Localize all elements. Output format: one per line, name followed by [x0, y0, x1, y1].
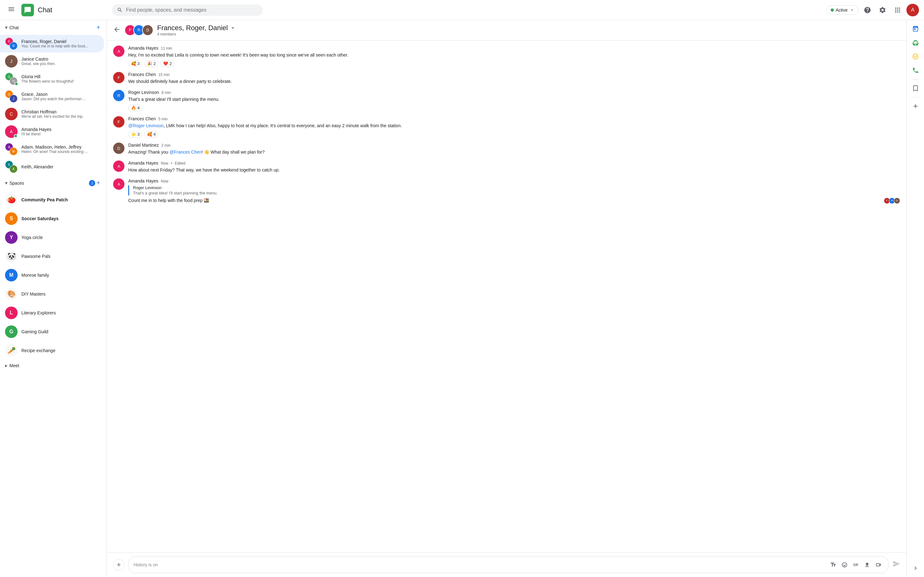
chat-item-preview: I'll be there!	[21, 132, 99, 136]
add-attachment-button[interactable]	[113, 559, 124, 571]
user-avatar[interactable]: A	[906, 4, 919, 16]
space-avatar-soccer: S	[5, 212, 18, 225]
space-item-literary-explorers[interactable]: L Literary Explorers	[0, 303, 107, 322]
msg-header: Roger Levinson 8 min	[128, 90, 900, 95]
reaction-pill[interactable]: 🌟3	[128, 131, 142, 138]
video-call-button[interactable]	[873, 560, 884, 570]
chat-item-info: Keith, Alexander	[21, 164, 99, 169]
chat-item-name: Amanda Hayes	[21, 127, 99, 132]
chat-section-title: Chat	[10, 25, 95, 30]
spaces-badge: 2	[89, 180, 95, 186]
reaction-pill[interactable]: 🥰4	[144, 131, 158, 138]
reaction-pill[interactable]: 🥰3	[128, 60, 142, 67]
quote-block: Roger Levinson That's a great idea! I'll…	[128, 185, 900, 195]
tasks-rail-button[interactable]	[909, 50, 922, 63]
chat-avatar-2: A	[10, 165, 18, 173]
chat-header-info: Frances, Roger, Daniel 4 members	[157, 24, 900, 36]
msg-avatar-amanda2: A	[113, 161, 124, 172]
drive-rail-button[interactable]	[909, 36, 922, 49]
chat-header-title[interactable]: Frances, Roger, Daniel	[157, 24, 900, 32]
input-history-label: History is on	[134, 562, 825, 567]
phone-rail-button[interactable]	[909, 64, 922, 77]
space-item-gaming-guild[interactable]: G Gaming Guild	[0, 322, 107, 341]
meet-section[interactable]: ▸ Meet	[0, 360, 107, 371]
space-item-monroe-family[interactable]: M Monroe family	[0, 266, 107, 285]
chat-chevron-icon: ▾	[5, 24, 8, 31]
chat-item-frances-roger-daniel[interactable]: F R Frances, Roger, Daniel You: Count me…	[0, 35, 104, 52]
chat-item-adam-madison[interactable]: A M Adam, Madison, Helen, Jeffrey Helen:…	[0, 140, 104, 158]
msg-text: How about next Friday? That way, we have…	[128, 167, 900, 173]
msg-header: Amanda Hayes Now • Edited	[128, 161, 900, 166]
msg-header: Amanda Hayes Now	[128, 179, 900, 184]
spaces-add-button[interactable]: +	[95, 178, 102, 188]
chat-add-button[interactable]: +	[95, 23, 102, 32]
bookmark-rail-button[interactable]	[909, 82, 922, 95]
msg-content: Amanda Hayes 11 min Hey, I'm so excited …	[128, 45, 900, 67]
msg-text: @Roger Levinson, LMK how I can help! Als…	[128, 122, 900, 129]
chat-item-janice-castro[interactable]: J Janice Castro Great, see you then.	[0, 52, 104, 70]
help-button[interactable]	[861, 4, 874, 16]
msg-time: 5 min	[158, 117, 168, 121]
msg-avatar-amanda: A	[113, 45, 124, 57]
space-item-pawsome-pals[interactable]: 🐼 Pawsome Pals	[0, 247, 107, 266]
seen-avatars: F R D	[885, 198, 900, 204]
reaction-pill[interactable]: 🔥4	[128, 105, 142, 111]
chat-section-header[interactable]: ▾ Chat +	[0, 20, 107, 35]
send-button[interactable]	[893, 560, 900, 569]
space-name: Monroe family	[21, 272, 49, 278]
chat-item-name: Frances, Roger, Daniel	[21, 39, 99, 44]
chat-item-info: Frances, Roger, Daniel You: Count me in …	[21, 39, 99, 48]
status-label: Active	[836, 8, 848, 13]
status-pill[interactable]: Active	[827, 5, 859, 15]
status-chevron-icon	[850, 8, 855, 13]
message-input-box[interactable]: History is on GIF	[128, 556, 889, 573]
chat-item-gloria-hill[interactable]: G H Gloria Hill The flowers were so thou…	[0, 70, 104, 88]
space-item-yoga-circle[interactable]: Y Yoga circle	[0, 228, 107, 247]
reaction-pill[interactable]: 🎉2	[144, 60, 158, 67]
space-name: Yoga circle	[21, 235, 43, 240]
search-input-wrap[interactable]	[112, 5, 263, 16]
msg-content: Amanda Hayes Now • Edited How about next…	[128, 161, 900, 173]
message-row: A Amanda Hayes 11 min Hey, I'm so excite…	[113, 45, 900, 67]
text-format-button[interactable]	[828, 560, 838, 570]
msg-mention: @Frances Chen	[170, 150, 202, 155]
space-item-recipe-exchange[interactable]: 🥕 Recipe exchange	[0, 341, 107, 360]
emoji-button[interactable]	[840, 560, 850, 570]
right-rail	[906, 20, 924, 577]
chat-item-preview: Jason: Did you watch the performan ...	[21, 97, 99, 101]
more-rail-button[interactable]	[909, 562, 922, 574]
msg-sender-name: Frances Chen	[128, 72, 156, 77]
space-item-diy-masters[interactable]: 🎨 DIY Masters	[0, 285, 107, 303]
space-name: Community Pea Patch	[21, 197, 68, 202]
space-avatar-monroe: M	[5, 269, 18, 281]
main-wrap: ▾ Chat + F R Frances, Roger, Daniel You:…	[0, 0, 924, 577]
sidebar: ▾ Chat + F R Frances, Roger, Daniel You:…	[0, 20, 107, 577]
header-avatar-daniel: D	[142, 24, 153, 36]
msg-content: Amanda Hayes Now Roger Levinson That's a…	[128, 179, 900, 204]
chat-item-info: Janice Castro Great, see you then.	[21, 56, 99, 66]
upload-button[interactable]	[862, 560, 872, 570]
search-input[interactable]	[126, 7, 258, 13]
chat-item-amanda-hayes[interactable]: A Amanda Hayes I'll be there!	[0, 123, 104, 140]
chat-item-christian-hoffman[interactable]: C Christian Hoffman We're all set. He's …	[0, 105, 104, 123]
space-item-soccer-saturdays[interactable]: S Soccer Saturdays	[0, 209, 107, 228]
chat-item-keith-alexander[interactable]: K A Keith, Alexander	[0, 158, 104, 176]
hamburger-menu[interactable]	[5, 3, 18, 17]
spaces-section-header[interactable]: ▾ Spaces 2 +	[0, 176, 107, 190]
add-rail-button[interactable]	[909, 100, 922, 113]
chat-item-grace-jason[interactable]: G J Grace, Jason Jason: Did you watch th…	[0, 88, 104, 105]
msg-text: We should definitely have a dinner party…	[128, 78, 900, 85]
settings-button[interactable]	[876, 4, 889, 16]
gif-button[interactable]: GIF	[851, 560, 861, 570]
reaction-pill[interactable]: ❤️2	[160, 60, 174, 67]
back-button[interactable]	[113, 26, 121, 35]
chat-item-info: Christian Hoffman We're all set. He's ex…	[21, 109, 99, 119]
apps-button[interactable]	[891, 4, 904, 16]
space-name: Soccer Saturdays	[21, 216, 58, 221]
calendar-rail-button[interactable]	[909, 23, 922, 35]
space-item-community-pea-patch[interactable]: 🍅 Community Pea Patch	[0, 190, 107, 209]
chat-item-name: Grace, Jason	[21, 92, 99, 97]
meet-chevron-icon: ▸	[5, 363, 8, 368]
spaces-chevron-icon: ▾	[5, 180, 8, 186]
svg-text:GIF: GIF	[853, 563, 859, 567]
